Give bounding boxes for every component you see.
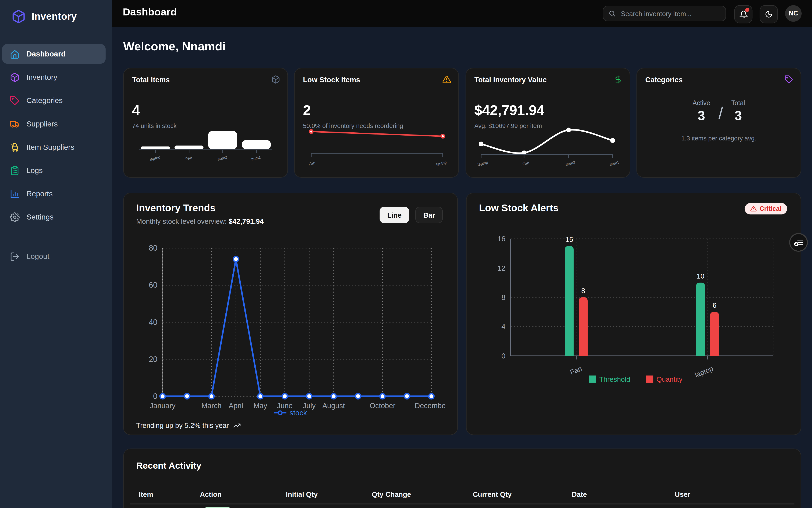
- widget-fab-button[interactable]: [789, 233, 808, 252]
- trends-subtitle-value: $42,791.94: [228, 218, 263, 225]
- total-items-mini-bar-chart: laptopFanItem2Item1: [131, 124, 281, 174]
- svg-text:8: 8: [501, 293, 505, 301]
- notification-dot: [745, 8, 750, 12]
- search-box[interactable]: [603, 6, 726, 21]
- dollar-icon: [614, 75, 623, 84]
- trends-title: Inventory Trends: [136, 203, 215, 214]
- sidebar-item-reports[interactable]: Reports: [2, 184, 106, 204]
- total-items-card: Total Items 4 74 units in stock laptopFa…: [123, 68, 288, 178]
- svg-text:6: 6: [713, 301, 716, 309]
- list-settings-icon: [794, 238, 803, 247]
- sidebar-item-logs[interactable]: Logs: [2, 161, 106, 180]
- inventory-trends-chart: 020406080JanuaryMarchAprilMayJuneJulyAug…: [136, 234, 446, 421]
- low-stock-title: Low Stock Alerts: [479, 203, 558, 214]
- svg-text:Item1: Item1: [609, 160, 620, 167]
- welcome-heading: Welcome, Nnamdi: [123, 39, 226, 53]
- total-value-card: Total Inventory Value $42,791.94 Avg. $1…: [466, 68, 630, 178]
- total-label: Total: [731, 99, 745, 107]
- slash-divider: /: [719, 99, 723, 123]
- trends-footer: Trending up by 5.2% this year: [136, 422, 241, 429]
- sidebar-item-inventory[interactable]: Inventory: [2, 67, 106, 87]
- notifications-button[interactable]: [734, 5, 753, 23]
- svg-text:March: March: [201, 401, 221, 410]
- low-stock-alerts-panel: Low Stock Alerts Critical 0481216158Fan1…: [466, 193, 801, 435]
- app-name: Inventory: [32, 11, 77, 22]
- tag-icon: [10, 96, 20, 105]
- card-title: Total Inventory Value: [474, 76, 547, 84]
- gear-icon: [10, 212, 20, 222]
- svg-text:May: May: [254, 401, 267, 410]
- total-items-value: 4: [132, 102, 140, 119]
- trends-subtitle: Monthly stock level overview: $42,791.94: [136, 218, 264, 225]
- sidebar-item-categories[interactable]: Categories: [2, 91, 106, 111]
- svg-text:laptop: laptop: [694, 365, 714, 379]
- sidebar-item-settings[interactable]: Settings: [2, 207, 106, 227]
- svg-text:laptop: laptop: [477, 160, 489, 167]
- logout-label: Logout: [27, 252, 49, 261]
- critical-badge: Critical: [744, 203, 787, 214]
- svg-text:October: October: [370, 401, 395, 410]
- cart-icon: [10, 142, 20, 152]
- svg-text:Quantity: Quantity: [656, 375, 683, 383]
- svg-text:Fan: Fan: [185, 155, 193, 161]
- moon-icon: [765, 10, 773, 18]
- sidebar-item-item-suppliers[interactable]: Item Suppliers: [2, 137, 106, 157]
- sidebar-item-label: Dashboard: [27, 50, 66, 58]
- column-header-date: Date: [572, 491, 675, 498]
- page-title: Dashboard: [123, 6, 177, 18]
- svg-text:80: 80: [149, 244, 158, 252]
- svg-text:0: 0: [153, 392, 157, 400]
- sidebar-item-label: Item Suppliers: [27, 143, 75, 151]
- inventory-trends-panel: Inventory Trends Monthly stock level ove…: [123, 193, 458, 435]
- dashboard-page: Dashboard NC Inventory Dashboard: [0, 0, 812, 508]
- user-avatar[interactable]: NC: [785, 5, 802, 22]
- low-stock-items-card: Low Stock Items 2 50.0% of inventory nee…: [294, 68, 459, 178]
- svg-text:Fan: Fan: [569, 365, 583, 376]
- sidebar-item-label: Settings: [27, 213, 53, 221]
- total-value: 3: [731, 108, 745, 124]
- sidebar-logout: Logout: [2, 247, 106, 270]
- recent-activity-title: Recent Activity: [136, 460, 201, 471]
- svg-text:10: 10: [696, 272, 704, 280]
- svg-text:January: January: [150, 401, 176, 410]
- tag-icon: [784, 75, 794, 84]
- app-logo-icon: [11, 9, 26, 24]
- home-icon: [10, 49, 20, 59]
- column-header-item: Item: [139, 491, 200, 498]
- svg-text:December: December: [415, 401, 446, 410]
- warning-triangle-icon: [750, 206, 756, 212]
- svg-text:16: 16: [497, 235, 505, 243]
- line-button[interactable]: Line: [379, 207, 409, 223]
- package-icon: [271, 75, 280, 84]
- svg-text:15: 15: [565, 236, 573, 244]
- column-header-current-qty: Current Qty: [473, 491, 572, 498]
- svg-text:Item2: Item2: [565, 160, 575, 167]
- sidebar: Inventory Dashboard Inventory Categories…: [0, 0, 112, 508]
- svg-text:40: 40: [149, 318, 158, 327]
- sidebar-nav: Dashboard Inventory Categories Suppliers…: [2, 44, 106, 230]
- search-input[interactable]: [620, 9, 720, 18]
- action-badge: [203, 507, 232, 508]
- column-header-initial-qty: Initial Qty: [286, 491, 372, 498]
- sidebar-item-label: Reports: [27, 189, 53, 198]
- theme-toggle-button[interactable]: [760, 5, 778, 23]
- low-stock-value: 2: [303, 102, 311, 119]
- bar-chart-icon: [10, 189, 20, 199]
- sidebar-item-dashboard[interactable]: Dashboard: [2, 44, 106, 64]
- card-title: Categories: [645, 76, 683, 84]
- bar-button[interactable]: Bar: [416, 207, 443, 223]
- column-header-action: Action: [200, 491, 286, 498]
- sidebar-item-label: Inventory: [27, 73, 57, 81]
- total-value-value: $42,791.94: [474, 102, 544, 119]
- total-value-mini-line-chart: laptopFanItem2Item1: [473, 124, 624, 174]
- low-stock-mini-line-chart: Fanlaptop: [302, 124, 452, 174]
- warning-triangle-icon: [442, 75, 451, 84]
- sidebar-item-suppliers[interactable]: Suppliers: [2, 114, 106, 134]
- sidebar-item-label: Logs: [27, 166, 43, 174]
- logout-button[interactable]: Logout: [2, 247, 106, 266]
- top-header: Dashboard NC: [112, 0, 812, 27]
- brand: Inventory: [0, 0, 112, 24]
- svg-text:60: 60: [149, 281, 158, 289]
- logout-icon: [10, 251, 20, 261]
- box-icon: [10, 72, 20, 82]
